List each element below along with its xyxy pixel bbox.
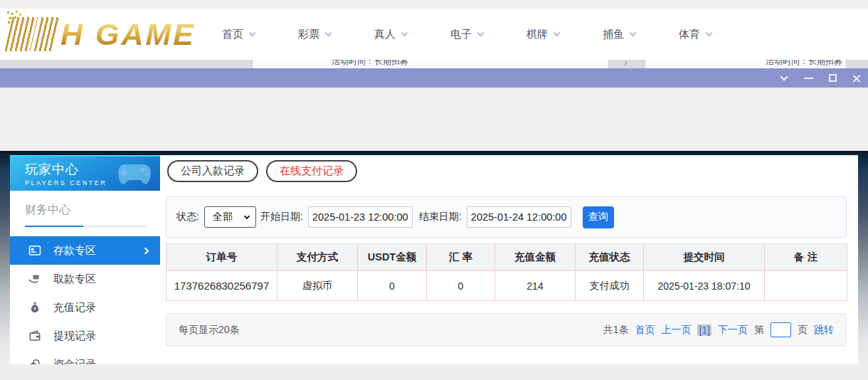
- chevron-down-icon: [249, 29, 256, 36]
- minimize-button[interactable]: [803, 73, 813, 83]
- window-titlebar: [0, 68, 868, 88]
- start-date-label: 开始日期:: [260, 211, 303, 223]
- end-date-label: 结束日期:: [419, 211, 462, 223]
- status-select-value: 全部: [213, 211, 233, 223]
- sidebar-menu: 存款专区取款专区充值记录提现记录资金记录: [10, 236, 160, 379]
- logo-striped-h-icon: [4, 17, 38, 51]
- cell: [765, 271, 847, 301]
- sidebar-item-label: 提现记录: [53, 329, 96, 343]
- cell: 0: [358, 271, 427, 301]
- bottom-strip: [0, 364, 868, 380]
- nav-item-7[interactable]: 体育: [679, 28, 711, 41]
- cell: 2025-01-23 18:07:10: [644, 271, 765, 301]
- nav-item-3[interactable]: 真人: [374, 28, 407, 41]
- search-button[interactable]: 查询: [583, 206, 614, 228]
- deposit-records-table: 订单号支付方式USDT金额汇 率充值金额充值状态提交时间备 注 17376268…: [166, 243, 847, 301]
- record-tabs: 公司入款记录 在线支付记录: [167, 160, 357, 182]
- page-number-input[interactable]: [771, 322, 791, 337]
- sidebar-item-充值记录[interactable]: 充值记录: [10, 293, 160, 322]
- cell: 1737626830256797: [166, 271, 277, 301]
- jump-link[interactable]: 跳转: [814, 324, 834, 337]
- app-window: H GAME 首页彩票真人电子棋牌捕鱼体育 活动时间：长期招募 活动时间：长期招…: [0, 0, 868, 380]
- minimize-icon: [804, 78, 813, 79]
- collapse-button[interactable]: [779, 73, 789, 83]
- cell: 0: [427, 271, 495, 301]
- sidebar-item-label: 取款专区: [53, 273, 96, 286]
- cell: 214: [495, 271, 576, 301]
- nav-item-5[interactable]: 棋牌: [526, 28, 559, 41]
- cell: 支付成功: [576, 271, 644, 301]
- status-label: 状态:: [176, 211, 199, 223]
- main-content: 公司入款记录 在线支付记录 状态: 全部 开始日期: 结束日期: 查询: [166, 155, 847, 364]
- nav-item-4[interactable]: 电子: [450, 28, 483, 41]
- column-header: 汇 率: [427, 244, 495, 271]
- page-label-before: 第: [754, 324, 764, 337]
- chevron-right-icon: [142, 247, 149, 254]
- nav-item-label: 棋牌: [526, 28, 548, 41]
- chevron-down-icon: [477, 29, 485, 36]
- nav-item-6[interactable]: 捕鱼: [603, 28, 635, 41]
- nav-item-label: 真人: [374, 28, 396, 41]
- total-count-text: 共1条: [603, 324, 629, 337]
- start-date-input[interactable]: [308, 206, 413, 228]
- first-page-link[interactable]: 首页: [635, 324, 655, 337]
- chevron-down-icon: [325, 29, 332, 36]
- end-date-input[interactable]: [467, 206, 571, 228]
- status-select[interactable]: 全部: [204, 206, 256, 228]
- tab-online-payment-records[interactable]: 在线支付记录: [266, 160, 357, 182]
- sidebar-banner: 玩家中心 PLAYERS CENTER: [10, 155, 160, 191]
- sidebar-divider: [25, 226, 146, 227]
- nav-item-2[interactable]: 彩票: [298, 28, 331, 41]
- chevron-down-icon: [244, 213, 250, 218]
- page-label-after: 页: [798, 324, 808, 337]
- window-controls: [779, 68, 862, 88]
- table-row: 1737626830256797虚拟币00214支付成功2025-01-23 1…: [166, 271, 847, 301]
- pagination-bar: 每页显示20条 共1条 首页 上一页 [1] 下一页 第 页 跳转: [166, 313, 847, 347]
- site-header: H GAME 首页彩票真人电子棋牌捕鱼体育: [0, 9, 868, 60]
- player-center-section: 玩家中心 PLAYERS CENTER 财务中心 存款专区取款专区充值记录提现记…: [0, 151, 868, 380]
- logo-dots-decoration: [7, 11, 9, 14]
- nav-item-label: 捕鱼: [603, 28, 624, 41]
- prev-page-link[interactable]: 上一页: [661, 324, 691, 337]
- money-bag-icon: [28, 301, 41, 314]
- column-header: 订单号: [166, 244, 277, 271]
- background-card: [252, 60, 609, 68]
- activity-time-text: 活动时间：长期招募: [766, 60, 842, 68]
- sidebar-item-存款专区[interactable]: 存款专区: [10, 236, 160, 265]
- column-header: 备 注: [765, 244, 847, 271]
- maximize-icon: [829, 74, 837, 82]
- pagination-controls: 共1条 首页 上一页 [1] 下一页 第 页 跳转: [603, 322, 834, 337]
- nav-item-1[interactable]: 首页: [222, 28, 255, 41]
- player-center-panel: 玩家中心 PLAYERS CENTER 财务中心 存款专区取款专区充值记录提现记…: [10, 155, 858, 364]
- sidebar-section-title: 财务中心: [25, 203, 160, 218]
- brand-logo[interactable]: H GAME: [9, 13, 196, 56]
- gamepad-icon: [116, 161, 153, 186]
- cell: 虚拟币: [277, 271, 358, 301]
- withdraw-hand-icon: [28, 273, 41, 285]
- next-page-link[interactable]: 下一页: [718, 324, 748, 337]
- close-icon: [852, 74, 861, 83]
- sidebar-item-label: 存款专区: [53, 244, 96, 258]
- content-gap: [0, 88, 868, 151]
- per-page-text: 每页显示20条: [179, 324, 240, 337]
- column-header: 支付方式: [277, 244, 358, 271]
- nav-item-label: 体育: [679, 28, 700, 41]
- column-header: USDT金额: [358, 244, 427, 271]
- carousel-next-icon[interactable]: ›: [624, 60, 628, 68]
- column-header: 充值状态: [576, 244, 644, 271]
- activity-time-text: 活动时间：长期招募: [332, 60, 408, 68]
- column-header: 提交时间: [644, 244, 765, 271]
- filter-bar: 状态: 全部 开始日期: 结束日期: 查询: [166, 196, 847, 238]
- close-button[interactable]: [852, 73, 862, 83]
- sidebar-item-提现记录[interactable]: 提现记录: [10, 322, 160, 350]
- current-page-indicator[interactable]: [1]: [697, 324, 711, 336]
- maximize-button[interactable]: [827, 73, 837, 83]
- sidebar-item-取款专区[interactable]: 取款专区: [10, 265, 160, 293]
- chevron-down-icon: [630, 29, 637, 36]
- top-strip: [0, 0, 868, 9]
- nav-item-label: 彩票: [298, 28, 319, 41]
- tab-company-deposit-records[interactable]: 公司入款记录: [167, 160, 258, 182]
- chevron-down-icon: [554, 29, 561, 36]
- logo-striped-h-icon: [33, 17, 60, 51]
- sidebar: 玩家中心 PLAYERS CENTER 财务中心 存款专区取款专区充值记录提现记…: [10, 155, 160, 364]
